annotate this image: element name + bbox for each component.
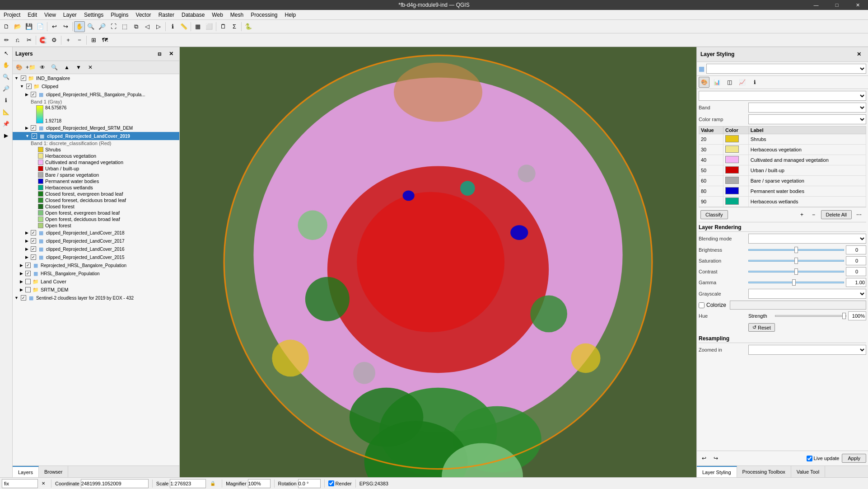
renderer-select[interactable]	[699, 91, 866, 101]
table-row[interactable]: 40Cultivated and managed vegetation	[699, 155, 866, 165]
rotation-input[interactable]	[298, 479, 321, 488]
grayscale-select[interactable]	[748, 289, 866, 299]
coordinate-input[interactable]	[81, 479, 149, 488]
add-layer-group[interactable]: +📁	[25, 62, 36, 73]
zoom-last-button[interactable]: ◁	[142, 21, 153, 32]
table-row[interactable]: 50Urban / built-up	[699, 165, 866, 176]
apply-button[interactable]: Apply	[842, 454, 866, 463]
menu-processing[interactable]: Processing	[247, 11, 281, 19]
add-vertex-btn[interactable]: +	[63, 35, 74, 46]
annotate-tool[interactable]: 📌	[1, 118, 12, 129]
snap-btn[interactable]: 🧲	[37, 35, 48, 46]
undo-style-btn[interactable]: ↩	[699, 453, 709, 464]
strength-slider[interactable]	[775, 315, 846, 317]
add-values-btn[interactable]: +	[797, 209, 807, 220]
delete-vertex-btn[interactable]: −	[74, 35, 85, 46]
paint-icon[interactable]: 🎨	[699, 77, 709, 88]
table-row[interactable]: 30Herbaceous vegetation	[699, 145, 866, 155]
more-options-btn[interactable]: ⋯	[854, 209, 864, 220]
identify-button[interactable]: ℹ	[167, 21, 178, 32]
layer-visibility-ind[interactable]: ✓	[21, 75, 26, 81]
identify-tool[interactable]: ℹ	[1, 95, 12, 106]
menu-edit[interactable]: Edit	[24, 11, 41, 19]
layer-landcover-2017[interactable]: ▶ ✓ ▦ clipped_Reprojected_LandCover_2017	[13, 237, 179, 245]
zoom-out-tool[interactable]: 🔎	[1, 83, 12, 94]
layer-landcover-2015[interactable]: ▶ ✓ ▦ clipped_Reprojected_LandCover_2015	[13, 253, 179, 261]
snap-settings-btn[interactable]: ⚙	[49, 35, 60, 46]
save-as-button[interactable]: 📄	[35, 21, 46, 32]
menu-settings[interactable]: Settings	[80, 11, 107, 19]
magnifier-input[interactable]	[248, 479, 271, 488]
layer-hrsl-pop2[interactable]: ▶ ✓ ▦ HRSL_Bangalore_Population	[13, 269, 179, 277]
move-layer-up[interactable]: ▲	[61, 62, 72, 73]
layer-visibility-repr-hrsl[interactable]: ✓	[25, 263, 31, 268]
save-project-button[interactable]: 💾	[23, 21, 34, 32]
brightness-value[interactable]	[846, 245, 866, 254]
layer-visibility-lc2017[interactable]: ✓	[31, 238, 36, 244]
color-cell[interactable]	[723, 134, 748, 145]
layer-land-cover[interactable]: ▶ 📁 Land Cover	[13, 277, 179, 286]
band-select[interactable]	[748, 103, 866, 113]
lock-scale-btn[interactable]: 🔒	[207, 478, 218, 489]
filter-layers[interactable]: 🔍	[49, 62, 60, 73]
menu-database[interactable]: Database	[178, 11, 208, 19]
tab-layer-styling[interactable]: Layer Styling	[697, 466, 737, 477]
menu-plugins[interactable]: Plugins	[107, 11, 132, 19]
color-cell[interactable]	[723, 155, 748, 165]
tab-layers[interactable]: Layers	[13, 466, 39, 477]
deselect-button[interactable]: ⬜	[204, 21, 215, 32]
zoom-out-button[interactable]: 🔎	[97, 21, 107, 32]
redo-style-btn[interactable]: ↪	[710, 453, 721, 464]
tab-browser[interactable]: Browser	[39, 466, 68, 477]
remove-values-btn[interactable]: −	[808, 209, 819, 220]
layer-visibility-lc[interactable]	[25, 279, 31, 284]
live-update-checkbox[interactable]	[807, 456, 812, 461]
layers-collapse-all[interactable]: ⊟	[154, 48, 165, 59]
select-feature-button[interactable]: ▦	[192, 21, 203, 32]
remove-layer[interactable]: ✕	[85, 62, 96, 73]
georef-btn[interactable]: ⊞	[88, 35, 99, 46]
move-layer-down[interactable]: ▼	[73, 62, 84, 73]
layer-visibility-srtm-dem[interactable]	[25, 287, 31, 292]
properties-icon[interactable]: ℹ	[749, 77, 760, 88]
pan-button[interactable]: ✋	[74, 21, 85, 32]
zoomed-in-select[interactable]	[748, 345, 866, 355]
manage-layer-visibility[interactable]: 👁	[37, 62, 48, 73]
measure-button[interactable]: 📏	[178, 21, 189, 32]
renderer-icon[interactable]: 📊	[711, 77, 722, 88]
tab-processing-toolbox[interactable]: Processing Toolbox	[737, 466, 791, 477]
layer-visibility-lc2015[interactable]: ✓	[31, 254, 36, 260]
color-cell[interactable]	[723, 145, 748, 155]
menu-project[interactable]: Project	[0, 11, 24, 19]
layer-hrsl-pop[interactable]: ▶ ✓ ▦ clipped_Reprojected_HRSL_Bangalore…	[13, 90, 179, 99]
layer-landcover-2016[interactable]: ▶ ✓ ▦ clipped_Reprojected_LandCover_2016	[13, 245, 179, 253]
zoom-full-button[interactable]: ⛶	[108, 21, 119, 32]
table-row[interactable]: 20Shrubs	[699, 134, 866, 145]
layer-selector[interactable]	[706, 64, 866, 74]
map-area[interactable]	[180, 47, 696, 477]
minimize-button[interactable]: —	[806, 0, 826, 10]
colorize-checkbox[interactable]	[699, 302, 705, 308]
layer-srtm-dem[interactable]: ▶ 📁 SRTM_DEM	[13, 286, 179, 294]
menu-web[interactable]: Web	[208, 11, 226, 19]
gamma-value[interactable]	[846, 278, 866, 287]
layer-visibility-lc2016[interactable]: ✓	[31, 246, 36, 252]
digitizing-btn3[interactable]: ✂	[23, 35, 34, 46]
render-checkbox[interactable]	[328, 480, 334, 486]
layer-sentinel[interactable]: ▼ ✓ ▦ Sentinel-2 cloudless layer for 201…	[13, 294, 179, 302]
table-row[interactable]: 80Permanent water bodies	[699, 186, 866, 197]
clear-search-btn[interactable]: ✕	[39, 480, 47, 488]
layer-visibility-lc2019[interactable]: ✓	[32, 133, 37, 139]
contrast-slider[interactable]	[748, 271, 844, 273]
table-row[interactable]: 90Herbaceous wetlands	[699, 197, 866, 207]
blending-mode-select[interactable]	[748, 234, 866, 244]
layer-visibility-sentinel[interactable]: ✓	[21, 295, 26, 301]
layer-repr-hrsl[interactable]: ▶ ✓ ▦ Reprojected_HRSL_Bangalore_Populat…	[13, 261, 179, 269]
select-tool[interactable]: ↖	[1, 48, 12, 59]
delete-all-button[interactable]: Delete All	[821, 210, 852, 219]
undo-button[interactable]: ↩	[49, 21, 60, 32]
close-button[interactable]: ✕	[847, 0, 868, 10]
table-row[interactable]: 60Bare / sparse vegetation	[699, 176, 866, 186]
layer-landcover-2019[interactable]: ▼ ✓ ▦ clipped_Reprojected_LandCover_2019	[13, 132, 179, 140]
statistics-button[interactable]: Σ	[229, 21, 240, 32]
